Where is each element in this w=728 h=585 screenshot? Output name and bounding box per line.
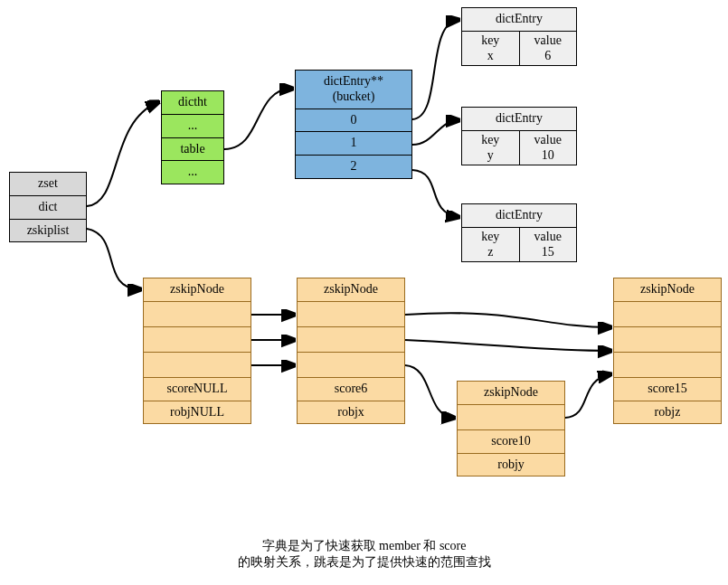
dictentry-kv: keyx value6 bbox=[462, 32, 576, 66]
zskip-level bbox=[614, 302, 721, 327]
zskip-robj: robjy bbox=[458, 454, 564, 476]
dictentry-title: dictEntry bbox=[462, 108, 576, 131]
dictht-dots1: ... bbox=[162, 115, 223, 138]
zskip-level bbox=[614, 353, 721, 378]
dictentry-y: dictEntry keyy value10 bbox=[461, 107, 577, 165]
zset-dict: dict bbox=[10, 196, 86, 220]
zskip-title: zskipNode bbox=[458, 382, 564, 405]
dictentry-kv: keyy value10 bbox=[462, 131, 576, 165]
zskipnode-x: zskipNode score6 robjx bbox=[297, 278, 405, 424]
zskip-score: score6 bbox=[298, 378, 404, 401]
bucket-slot-0: 0 bbox=[296, 109, 411, 133]
zskip-level bbox=[144, 302, 251, 327]
zskip-level bbox=[144, 353, 251, 378]
zskip-score: scoreNULL bbox=[144, 378, 251, 401]
zskip-score: score10 bbox=[458, 430, 564, 454]
zset-zskiplist: zskiplist bbox=[10, 220, 86, 242]
bucket-slot-1: 1 bbox=[296, 132, 411, 156]
zskipnode-y: zskipNode score10 robjy bbox=[457, 381, 565, 476]
dictht-dots2: ... bbox=[162, 161, 223, 184]
bucket-title: dictEntry** (bucket) bbox=[296, 71, 411, 109]
zskip-level bbox=[458, 405, 564, 430]
zskip-level bbox=[298, 302, 404, 327]
dictentry-title: dictEntry bbox=[462, 204, 576, 228]
zskip-title: zskipNode bbox=[144, 278, 251, 302]
zset-title: zset bbox=[10, 173, 86, 196]
zskip-robj: robjx bbox=[298, 401, 404, 424]
zskipnode-head: zskipNode scoreNULL robjNULL bbox=[143, 278, 251, 424]
dictht-title: dictht bbox=[162, 91, 223, 115]
zskip-title: zskipNode bbox=[614, 278, 721, 302]
dictentry-title: dictEntry bbox=[462, 8, 576, 32]
zskip-title: zskipNode bbox=[298, 278, 404, 302]
bucket-node: dictEntry** (bucket) 0 1 2 bbox=[295, 70, 412, 179]
zskip-robj: robjNULL bbox=[144, 401, 251, 424]
dictentry-x: dictEntry keyx value6 bbox=[461, 7, 577, 66]
zskip-robj: robjz bbox=[614, 401, 721, 424]
zskip-level bbox=[614, 327, 721, 353]
caption: 字典是为了快速获取 member 和 score 的映射关系，跳表是为了提供快速… bbox=[0, 538, 728, 571]
zskip-score: score15 bbox=[614, 378, 721, 401]
bucket-slot-2: 2 bbox=[296, 156, 411, 178]
zskip-level bbox=[298, 327, 404, 353]
zskipnode-z: zskipNode score15 robjz bbox=[613, 278, 722, 424]
zset-node: zset dict zskiplist bbox=[9, 172, 87, 242]
dictht-table: table bbox=[162, 138, 223, 162]
dictht-node: dictht ... table ... bbox=[161, 90, 224, 184]
zskip-level bbox=[298, 353, 404, 378]
dictentry-kv: keyz value15 bbox=[462, 228, 576, 262]
zskip-level bbox=[144, 327, 251, 353]
dictentry-z: dictEntry keyz value15 bbox=[461, 203, 577, 262]
